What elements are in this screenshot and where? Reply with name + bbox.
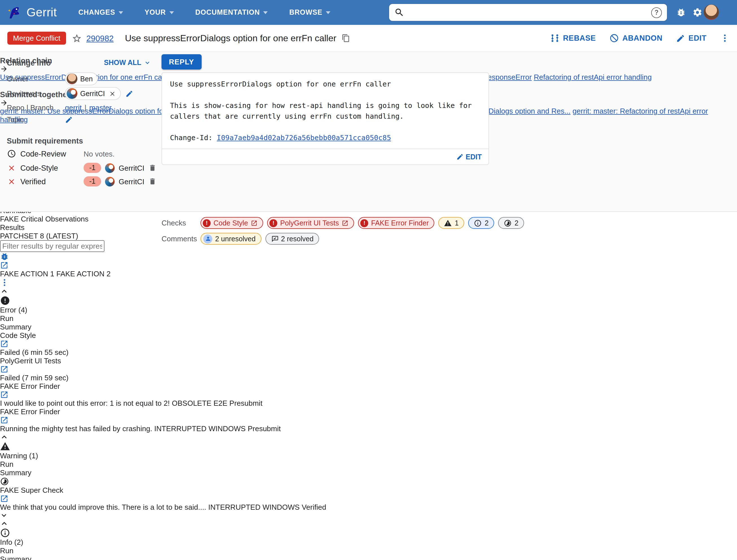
rebase-button[interactable]: REBASE <box>550 33 596 43</box>
avatar <box>67 73 77 84</box>
running-icon <box>0 477 9 486</box>
edit-reviewers-icon[interactable] <box>125 90 133 97</box>
menu-documentation-label: DOCUMENTATION <box>195 8 260 16</box>
bug-report-icon[interactable] <box>0 252 9 261</box>
info-icon <box>474 219 482 227</box>
branch-link[interactable]: master <box>89 103 112 112</box>
menu-your-label: YOUR <box>145 8 166 16</box>
commit-message-footer: EDIT <box>162 149 488 164</box>
patchset-label: PATCHSET 8 (LATEST) <box>0 232 78 240</box>
reply-button[interactable]: REPLY <box>162 54 201 70</box>
run-column-header: Run <box>0 546 737 555</box>
check-chip-fake-error-finder[interactable]: ! FAKE Error Finder <box>358 217 434 229</box>
running-count-chip[interactable]: 2 <box>498 217 524 229</box>
fake-action-2-button[interactable]: FAKE ACTION 2 <box>56 270 110 278</box>
search-help-icon[interactable]: ? <box>651 7 662 18</box>
change-metadata: Change Info SHOW ALL Owner Ben Reviewers… <box>0 51 737 212</box>
check-chip-label: PolyGerrit UI Tests <box>280 219 339 227</box>
star-icon[interactable] <box>72 33 82 43</box>
running-count: 2 <box>514 219 518 227</box>
copy-icon[interactable] <box>342 34 350 42</box>
info-count-chip[interactable]: 2 <box>468 217 494 229</box>
results-panel: Results PATCHSET 8 (LATEST) FAKE ACTION … <box>0 223 737 560</box>
edit-commit-message-button[interactable]: EDIT <box>456 153 482 161</box>
info-section-header[interactable]: Info (2) <box>0 519 737 546</box>
warning-count-chip[interactable]: 1 <box>438 217 464 229</box>
rebase-label: REBASE <box>563 34 596 42</box>
more-options-icon[interactable] <box>0 278 9 287</box>
menu-changes-label: CHANGES <box>78 8 115 16</box>
result-run-name: FAKE Error Finder <box>0 382 737 390</box>
result-summary: Failed (7 min 59 sec) <box>0 374 69 382</box>
show-all-button[interactable]: SHOW ALL <box>104 59 151 67</box>
result-row[interactable]: Code Style Failed (6 min 55 sec) <box>0 331 737 357</box>
comments-label: Comments <box>162 235 197 243</box>
result-run-name: Code Style <box>0 331 737 340</box>
result-run-name: PolyGerrit UI Tests <box>0 357 737 365</box>
external-link-icon[interactable] <box>0 261 8 270</box>
info-results-table: Run Summary FAKE Mega Analysis This is l… <box>0 546 737 560</box>
reviewer-chip[interactable]: GerritCI <box>65 87 121 100</box>
change-info-heading: Change Info <box>7 59 51 67</box>
result-row[interactable]: FAKE Error Finder I would like to point … <box>0 382 737 407</box>
comments-summary-row: Comments 2 unresolved 2 resolved <box>162 233 320 245</box>
header-actions: REBASE ABANDON EDIT <box>550 33 730 43</box>
result-row[interactable]: PolyGerrit UI Tests Failed (7 min 59 sec… <box>0 357 737 382</box>
external-link-icon[interactable] <box>0 494 8 503</box>
gerrit-app: Gerrit CHANGES YOUR DOCUMENTATION BROWSE… <box>0 0 737 560</box>
repo-link[interactable]: gerrit <box>65 103 82 112</box>
info-section-label: Info (2) <box>0 538 23 546</box>
owner-row: Owner Ben <box>7 72 98 85</box>
edit-commit-label: EDIT <box>466 153 482 161</box>
run-column-header: Run <box>0 314 737 323</box>
change-id-link[interactable]: I09a7aeb9a4d02ab726a56bebb00a571cca050c8… <box>217 133 391 142</box>
brand[interactable]: Gerrit <box>7 5 57 20</box>
more-options-icon[interactable] <box>720 33 730 43</box>
delete-vote-icon[interactable] <box>148 177 156 185</box>
fake-action-1-button[interactable]: FAKE ACTION 1 <box>0 270 54 278</box>
edit-topic-icon[interactable] <box>65 116 73 123</box>
check-chip-polygerrit-ui-tests[interactable]: ! PolyGerrit UI Tests <box>267 217 354 229</box>
running-icon <box>504 219 512 227</box>
requirement-row-code-style: Code-Style -1 GerritCI <box>7 163 156 173</box>
external-link-icon[interactable] <box>0 416 8 424</box>
unresolved-comments-chip[interactable]: 2 unresolved <box>201 233 261 245</box>
search-input[interactable] <box>408 8 651 17</box>
resolved-comments-chip[interactable]: 2 resolved <box>265 233 319 245</box>
result-row[interactable]: FAKE Error Finder Running the mighty tes… <box>0 407 737 433</box>
abandon-button[interactable]: ABANDON <box>609 33 662 43</box>
remove-reviewer-icon[interactable] <box>109 90 116 97</box>
filter-input[interactable] <box>0 240 105 252</box>
fail-x-icon <box>7 164 16 172</box>
owner-chip[interactable]: Ben <box>65 72 98 85</box>
bug-report-icon[interactable] <box>676 7 686 18</box>
expand-row-icon[interactable] <box>0 511 8 519</box>
result-row[interactable]: FAKE Super Check We think that you could… <box>0 477 737 519</box>
external-link-icon <box>342 220 349 226</box>
delete-vote-icon[interactable] <box>148 164 156 172</box>
requirement-name: Code-Review <box>20 149 84 158</box>
change-number-link[interactable]: 290982 <box>86 34 114 43</box>
user-avatar[interactable] <box>704 5 719 20</box>
error-results-table: Run Summary Code Style Failed (6 min 55 … <box>0 314 737 433</box>
relation-chain-link[interactable]: Refactoring of restApi error handling <box>534 73 652 81</box>
external-link-icon[interactable] <box>0 390 8 399</box>
menu-documentation[interactable]: DOCUMENTATION <box>195 8 268 16</box>
repo-branch-separator: | <box>84 103 86 112</box>
error-section-header[interactable]: Error (4) <box>0 287 737 314</box>
menu-your[interactable]: YOUR <box>145 8 174 16</box>
patchset-dropdown[interactable]: PATCHSET 8 (LATEST) <box>0 232 737 240</box>
check-chip-label: Code Style <box>214 219 248 227</box>
external-link-icon[interactable] <box>0 365 8 374</box>
check-chip-code-style[interactable]: ! Code Style <box>201 217 263 229</box>
menu-changes[interactable]: CHANGES <box>78 8 123 16</box>
pending-clock-icon <box>7 149 16 158</box>
warning-icon <box>444 219 452 227</box>
gear-icon[interactable] <box>692 7 703 18</box>
edit-button[interactable]: EDIT <box>676 34 706 43</box>
external-link-icon[interactable] <box>0 340 8 348</box>
summary-column-header: Summary <box>0 468 737 477</box>
menu-browse[interactable]: BROWSE <box>289 8 330 16</box>
warning-section-header[interactable]: Warning (1) <box>0 433 737 460</box>
commit-message-card: Use suppressErrorDialogs option for one … <box>162 72 489 165</box>
